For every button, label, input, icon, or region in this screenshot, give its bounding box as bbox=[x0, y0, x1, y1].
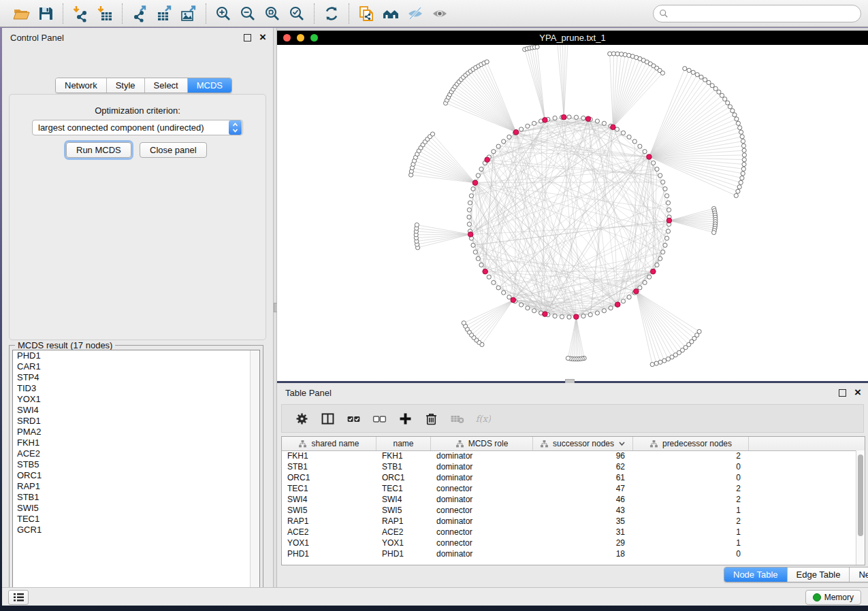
network-node[interactable] bbox=[487, 275, 491, 279]
mcds-result-item[interactable]: STP4 bbox=[13, 372, 259, 383]
mcds-hub-node[interactable] bbox=[513, 130, 519, 135]
network-node[interactable] bbox=[502, 139, 506, 144]
network-node[interactable] bbox=[720, 93, 724, 97]
table-row[interactable]: SWI4SWI4dominator462 bbox=[282, 494, 856, 505]
network-node[interactable] bbox=[602, 121, 606, 125]
mcds-result-item[interactable]: PMA2 bbox=[13, 427, 259, 437]
network-node[interactable] bbox=[658, 174, 662, 178]
tab-mcds[interactable]: MCDS bbox=[187, 78, 231, 93]
network-node[interactable] bbox=[627, 295, 631, 299]
mcds-result-item[interactable]: ACE2 bbox=[13, 448, 259, 459]
network-node[interactable] bbox=[471, 187, 475, 191]
table-row[interactable]: TEC1TEC1connector472 bbox=[282, 483, 856, 494]
tab-style[interactable]: Style bbox=[106, 78, 144, 93]
mcds-result-item[interactable]: PHD1 bbox=[13, 350, 259, 361]
network-node[interactable] bbox=[476, 174, 480, 178]
network-node[interactable] bbox=[492, 280, 496, 284]
network-node[interactable] bbox=[717, 90, 721, 94]
search-input[interactable] bbox=[671, 7, 861, 20]
network-node[interactable] bbox=[567, 115, 571, 119]
network-node[interactable] bbox=[665, 236, 669, 240]
close-panel-button[interactable]: Close panel bbox=[140, 142, 207, 158]
mcds-result-item[interactable]: ORC1 bbox=[13, 470, 259, 481]
float-table-panel-icon[interactable] bbox=[839, 389, 846, 397]
unchecked-boxes-icon[interactable] bbox=[366, 407, 392, 430]
network-node[interactable] bbox=[647, 275, 652, 279]
save-session-icon[interactable] bbox=[33, 3, 58, 24]
column-header-successor-nodes[interactable]: successor nodes bbox=[533, 437, 633, 450]
network-node[interactable] bbox=[707, 80, 711, 84]
network-node[interactable] bbox=[661, 180, 665, 184]
network-node[interactable] bbox=[699, 75, 703, 79]
network-node[interactable] bbox=[665, 194, 669, 198]
criterion-dropdown[interactable]: largest connected component (undirected) bbox=[32, 120, 243, 135]
network-node[interactable] bbox=[736, 189, 740, 193]
network-node[interactable] bbox=[740, 176, 744, 180]
mcds-hub-node[interactable] bbox=[468, 232, 473, 237]
network-node[interactable] bbox=[683, 67, 687, 71]
network-node[interactable] bbox=[643, 150, 647, 154]
mcds-hub-node[interactable] bbox=[562, 114, 567, 120]
network-node[interactable] bbox=[655, 167, 659, 171]
network-node[interactable] bbox=[615, 52, 620, 56]
hide-details-icon[interactable] bbox=[403, 3, 428, 24]
network-node[interactable] bbox=[535, 45, 539, 49]
network-node[interactable] bbox=[695, 73, 699, 77]
table-scrollbar-thumb[interactable] bbox=[858, 455, 863, 536]
network-node[interactable] bbox=[742, 158, 746, 162]
table-row[interactable]: FKH1FKH1dominator962 bbox=[282, 450, 856, 461]
mcds-hub-node[interactable] bbox=[647, 154, 652, 160]
network-node[interactable] bbox=[638, 144, 642, 148]
export-table-icon[interactable] bbox=[152, 3, 176, 24]
column-header-MCDS-role[interactable]: MCDS role bbox=[431, 437, 533, 450]
network-node[interactable] bbox=[666, 201, 670, 205]
network-node[interactable] bbox=[595, 311, 599, 315]
network-node[interactable] bbox=[526, 306, 530, 310]
mcds-hub-node[interactable] bbox=[615, 302, 621, 308]
network-node[interactable] bbox=[738, 126, 742, 130]
network-node[interactable] bbox=[742, 153, 746, 157]
result-scrollbar[interactable] bbox=[250, 350, 259, 595]
table-row[interactable]: ACE2ACE2connector311 bbox=[282, 527, 856, 538]
network-node[interactable] bbox=[652, 161, 656, 165]
table-row[interactable]: YOX1YOX1connector291 bbox=[282, 538, 856, 548]
network-node[interactable] bbox=[574, 115, 578, 119]
network-node[interactable] bbox=[469, 194, 473, 198]
network-node[interactable] bbox=[526, 124, 530, 128]
network-node[interactable] bbox=[621, 299, 625, 303]
mcds-result-item[interactable]: CAR1 bbox=[13, 361, 259, 372]
network-node[interactable] bbox=[602, 309, 606, 313]
mcds-result-item[interactable]: SWI5 bbox=[13, 503, 259, 514]
mcds-result-item[interactable]: GCR1 bbox=[13, 525, 259, 535]
tab-edge-table[interactable]: Edge Table bbox=[787, 567, 850, 582]
network-node[interactable] bbox=[667, 208, 671, 212]
network-node[interactable] bbox=[467, 208, 471, 212]
mcds-hub-node[interactable] bbox=[651, 269, 656, 274]
network-node[interactable] bbox=[741, 139, 745, 143]
network-node[interactable] bbox=[492, 150, 496, 154]
mcds-hub-node[interactable] bbox=[574, 314, 579, 320]
mcds-hub-node[interactable] bbox=[485, 157, 490, 163]
network-node[interactable] bbox=[655, 263, 659, 267]
export-network-icon[interactable] bbox=[127, 3, 152, 24]
network-node[interactable] bbox=[687, 68, 691, 72]
network-node[interactable] bbox=[728, 105, 732, 109]
table-row[interactable]: SWI5SWI5connector431 bbox=[282, 505, 856, 516]
duplicate-network-icon[interactable] bbox=[354, 3, 379, 24]
network-node[interactable] bbox=[473, 250, 477, 254]
network-node[interactable] bbox=[609, 306, 613, 310]
column-header-shared-name[interactable]: shared name bbox=[282, 437, 376, 450]
open-folder-icon[interactable] bbox=[9, 3, 33, 24]
refresh-icon[interactable] bbox=[319, 3, 344, 24]
network-node[interactable] bbox=[566, 356, 570, 360]
search-box[interactable] bbox=[653, 5, 861, 22]
network-node[interactable] bbox=[479, 263, 483, 267]
export-image-icon[interactable] bbox=[176, 3, 201, 24]
network-node[interactable] bbox=[742, 162, 746, 166]
tab-node-table[interactable]: Node Table bbox=[724, 567, 787, 582]
network-node[interactable] bbox=[553, 116, 557, 120]
network-canvas[interactable] bbox=[277, 45, 868, 381]
zoom-fit-icon[interactable] bbox=[260, 3, 285, 24]
mcds-result-item[interactable]: SRD1 bbox=[13, 416, 259, 427]
network-node[interactable] bbox=[726, 101, 730, 105]
